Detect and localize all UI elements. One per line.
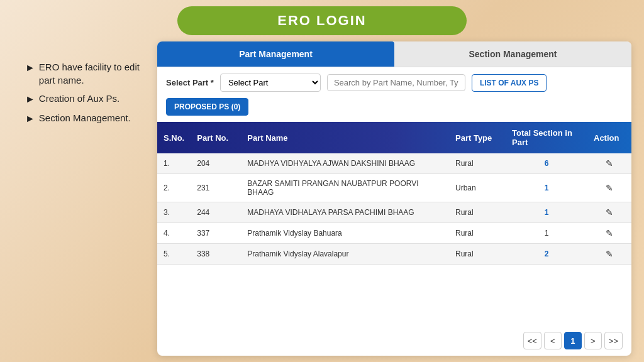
parts-table: S.No. Part No. Part Name Part Type Total… [157,122,631,265]
table-row: 1. 204 MADHYA VIDHYALYA AJWAN DAKSHINI B… [157,153,631,174]
section-count-link[interactable]: 1 [545,208,549,217]
col-header-partname: Part Name [241,122,449,153]
cell-parttype: Urban [449,174,506,202]
cell-totalsection: 6 [506,153,587,174]
col-header-action: Action [587,122,631,153]
section-count-link[interactable]: 1 [545,184,549,192]
bullet-item-1: ► ERO have facility to edit part name. [25,60,145,87]
left-panel: ► ERO have facility to edit part name. ►… [13,41,151,356]
col-header-totalsection: Total Section in Part [506,122,587,153]
cell-action: ✎ [587,244,631,265]
cell-partno: 231 [191,174,241,202]
cell-totalsection: 1 [506,223,587,244]
tabs-row: Part Management Section Management [157,41,631,67]
table-row: 2. 231 BAZAR SAMITI PRANGAN NAUBATPUR PO… [157,174,631,202]
table-container: S.No. Part No. Part Name Part Type Total… [157,122,631,326]
first-page-btn[interactable]: << [523,332,541,349]
col-header-partno: Part No. [191,122,241,153]
list-aux-ps-button[interactable]: LIST OF AUX PS [472,74,547,92]
cell-partno: 337 [191,223,241,244]
table-row: 5. 338 Prathamik Vidyslay Alavalapur Rur… [157,244,631,265]
section-count-link[interactable]: 6 [545,159,549,168]
bullet-arrow-1: ► [25,61,35,75]
page-number-btn[interactable]: 1 [564,332,582,349]
tab-section-management[interactable]: Section Management [394,41,631,67]
main-card: Part Management Section Management Selec… [157,41,631,356]
filter-row: Select Part * Select Part LIST OF AUX PS… [157,67,631,122]
cell-partname: Prathamik Vidyslay Bahuara [241,223,449,244]
bullet-arrow-3: ► [25,112,35,126]
edit-icon[interactable]: ✎ [606,249,613,259]
section-count: 1 [545,229,549,238]
table-header-row: S.No. Part No. Part Name Part Type Total… [157,122,631,153]
cell-parttype: Rural [449,223,506,244]
section-count-link[interactable]: 2 [545,250,549,258]
edit-icon[interactable]: ✎ [606,228,613,238]
bullet-item-3: ► Section Management. [25,111,145,126]
cell-action: ✎ [587,153,631,174]
cell-partname: MADHAYA VIDHALAYA PARSA PACHIMI BHAAG [241,202,449,223]
proposed-ps-button[interactable]: PROPOSED PS (0) [166,98,248,116]
cell-partno: 204 [191,153,241,174]
bullet-text-2: Creation of Aux Ps. [39,92,119,105]
cell-sno: 2. [157,174,191,202]
select-part-label: Select Part * [166,78,214,87]
cell-parttype: Rural [449,202,506,223]
cell-sno: 4. [157,223,191,244]
cell-action: ✎ [587,174,631,202]
table-row: 3. 244 MADHAYA VIDHALAYA PARSA PACHIMI B… [157,202,631,223]
cell-totalsection: 1 [506,174,587,202]
table-body: 1. 204 MADHYA VIDHYALYA AJWAN DAKSHINI B… [157,153,631,265]
col-header-parttype: Part Type [449,122,506,153]
cell-sno: 3. [157,202,191,223]
cell-parttype: Rural [449,244,506,265]
cell-partno: 338 [191,244,241,265]
cell-totalsection: 1 [506,202,587,223]
cell-sno: 5. [157,244,191,265]
edit-icon[interactable]: ✎ [606,158,613,168]
search-input[interactable] [327,74,465,91]
cell-partname: Prathamik Vidyslay Alavalapur [241,244,449,265]
cell-partname: MADHYA VIDHYALYA AJWAN DAKSHINI BHAAG [241,153,449,174]
cell-action: ✎ [587,223,631,244]
prev-page-btn[interactable]: < [544,332,562,349]
next-page-btn[interactable]: > [584,332,602,349]
cell-action: ✎ [587,202,631,223]
bullet-arrow-2: ► [25,92,35,106]
edit-icon[interactable]: ✎ [606,207,613,217]
page-title: ERO LOGIN [177,6,467,35]
pagination-row: <<<1>>> [157,326,631,356]
col-header-sno: S.No. [157,122,191,153]
tab-part-management[interactable]: Part Management [157,41,394,67]
cell-partname: BAZAR SAMITI PRANGAN NAUBATPUR POORVI BH… [241,174,449,202]
bullet-text-3: Section Management. [39,111,131,124]
cell-parttype: Rural [449,153,506,174]
cell-partno: 244 [191,202,241,223]
cell-sno: 1. [157,153,191,174]
last-page-btn[interactable]: >> [604,332,623,349]
table-row: 4. 337 Prathamik Vidyslay Bahuara Rural … [157,223,631,244]
bullet-item-2: ► Creation of Aux Ps. [25,92,145,106]
select-part-dropdown[interactable]: Select Part [220,74,321,92]
edit-icon[interactable]: ✎ [606,183,613,193]
cell-totalsection: 2 [506,244,587,265]
bullet-text-1: ERO have facility to edit part name. [39,60,145,87]
